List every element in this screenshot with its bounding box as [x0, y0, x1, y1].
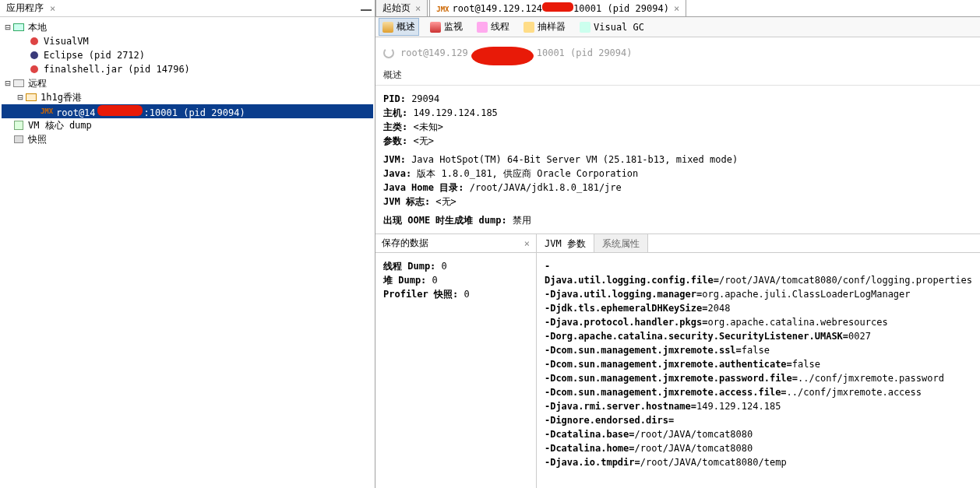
jvm-arg-row: -Dcom.sun.management.jmxremote.ssl=false	[545, 343, 972, 357]
eclipse-icon	[28, 49, 41, 61]
overview-section-label: 概述	[375, 65, 980, 86]
expand-toggle-icon[interactable]: ⊟	[3, 78, 12, 89]
redacted-icon	[471, 47, 534, 65]
redacted-icon	[97, 105, 143, 116]
jmx-icon: JMX	[436, 3, 449, 14]
jvm-arg-row: -Djava.io.tmpdir=/root/JAVA/tomcat8080/t…	[545, 455, 972, 469]
remote-icon	[12, 77, 25, 90]
minimize-icon[interactable]	[361, 9, 372, 12]
tree-node-local[interactable]: ⊟ 本地	[2, 20, 373, 34]
tab-start-page[interactable]: 起始页 ×	[375, 0, 428, 16]
jvm-arg-row: -Dcom.sun.management.jmxremote.authentic…	[545, 357, 972, 371]
redacted-icon	[542, 2, 573, 12]
tree-node-vmcore[interactable]: VM 核心 dump	[2, 118, 373, 132]
close-icon[interactable]: ×	[518, 238, 536, 249]
visualgc-icon	[580, 22, 590, 33]
close-icon[interactable]: ×	[50, 3, 55, 14]
sampler-icon	[523, 22, 534, 33]
applications-tree: ⊟ 本地 VisualVM Eclipse (pid 2712) finalsh…	[0, 17, 375, 488]
connection-title: root@149.12910001 (pid 29094)	[400, 44, 633, 62]
saved-data-panel: 保存的数据 × 线程 Dump: 0 堆 Dump: 0 Profiler 快照…	[375, 234, 537, 488]
applications-panel-title: 应用程序	[3, 0, 47, 16]
saved-data-header: 保存的数据 ×	[375, 234, 536, 253]
content-panel: 起始页 × JMX root@149.129.12410001 (pid 290…	[375, 0, 980, 488]
subtab-monitor[interactable]: 监视	[427, 19, 466, 35]
subtab-threads[interactable]: 线程	[474, 19, 513, 35]
jvm-arg-row: -Djava.rmi.server.hostname=149.129.124.1…	[545, 399, 972, 413]
tree-node-remote[interactable]: ⊟ 远程	[2, 76, 373, 90]
java-icon	[28, 63, 41, 75]
overview-info: PID: 29094 主机: 149.129.124.185 主类: <未知> …	[375, 86, 980, 233]
jvm-arg-row: -Dcatalina.home=/root/JAVA/tomcat8080	[545, 441, 972, 455]
monitor-icon	[430, 22, 441, 33]
saved-data-body: 线程 Dump: 0 堆 Dump: 0 Profiler 快照: 0	[375, 253, 536, 307]
tree-node-eclipse[interactable]: Eclipse (pid 2712)	[2, 48, 373, 62]
tree-node-snapshot[interactable]: 快照	[2, 132, 373, 146]
subtab-visualgc[interactable]: Visual GC	[576, 20, 647, 34]
jvm-args-panel: JVM 参数 系统属性 -Djava.util.logging.config.f…	[537, 234, 980, 488]
connection-title-row: root@149.12910001 (pid 29094)	[375, 37, 980, 65]
coredump-icon	[12, 119, 25, 132]
threads-icon	[477, 22, 488, 33]
subtab-sampler[interactable]: 抽样器	[520, 19, 569, 35]
tab-jmx-connection[interactable]: JMX root@149.129.12410001 (pid 29094) ×	[429, 0, 686, 16]
tree-node-visualvm[interactable]: VisualVM	[2, 34, 373, 48]
tab-system-props[interactable]: 系统属性	[594, 234, 648, 252]
expand-toggle-icon[interactable]: ⊟	[3, 22, 12, 33]
jvm-arg-row: -Djava.protocol.handler.pkgs=org.apache.…	[545, 315, 972, 329]
applications-panel: 应用程序 × ⊟ 本地 VisualVM Eclipse (pid 2712) …	[0, 0, 375, 488]
applications-panel-header: 应用程序 ×	[0, 0, 375, 17]
jmx-icon: JMX	[41, 105, 53, 118]
expand-toggle-icon[interactable]: ⊟	[16, 92, 25, 103]
lower-panels: 保存的数据 × 线程 Dump: 0 堆 Dump: 0 Profiler 快照…	[375, 233, 980, 488]
editor-tabs: 起始页 × JMX root@149.129.12410001 (pid 290…	[375, 0, 980, 17]
jvm-arg-row: -Dcom.sun.management.jmxremote.password.…	[545, 371, 972, 385]
java-icon	[28, 35, 41, 47]
tree-node-jmx-connection[interactable]: JMX root@14:10001 (pid 29094)	[2, 104, 373, 118]
jvm-arg-row: -Dcom.sun.management.jmxremote.access.fi…	[545, 385, 972, 399]
jvm-arg-row: -Djava.util.logging.config.file=/root/JA…	[545, 259, 972, 287]
jvm-args-tabs: JVM 参数 系统属性	[537, 234, 980, 253]
jvm-arg-row: -Djdk.tls.ephemeralDHKeySize=2048	[545, 301, 972, 315]
spinner-icon	[383, 47, 394, 58]
monitor-icon	[12, 21, 25, 33]
close-icon[interactable]: ×	[674, 3, 679, 14]
overview-icon	[382, 22, 393, 33]
snapshot-icon	[12, 133, 25, 146]
tree-node-finalshell[interactable]: finalshell.jar (pid 14796)	[2, 62, 373, 76]
view-subtabs: 概述 监视 线程 抽样器 Visual GC	[375, 17, 980, 37]
tab-jvm-args[interactable]: JVM 参数	[537, 234, 594, 252]
jvm-arg-row: -Dcatalina.base=/root/JAVA/tomcat8080	[545, 427, 972, 441]
subtab-overview[interactable]: 概述	[379, 18, 419, 36]
jvm-args-list: -Djava.util.logging.config.file=/root/JA…	[537, 253, 980, 476]
server-icon	[25, 91, 37, 104]
tree-node-hk-server[interactable]: ⊟ 1h1g香港	[2, 90, 373, 104]
jvm-arg-row: -Djava.util.logging.manager=org.apache.j…	[545, 287, 972, 301]
jvm-arg-row: -Dignore.endorsed.dirs=	[545, 413, 972, 427]
close-icon[interactable]: ×	[415, 3, 421, 14]
jvm-arg-row: -Dorg.apache.catalina.security.SecurityL…	[545, 329, 972, 343]
